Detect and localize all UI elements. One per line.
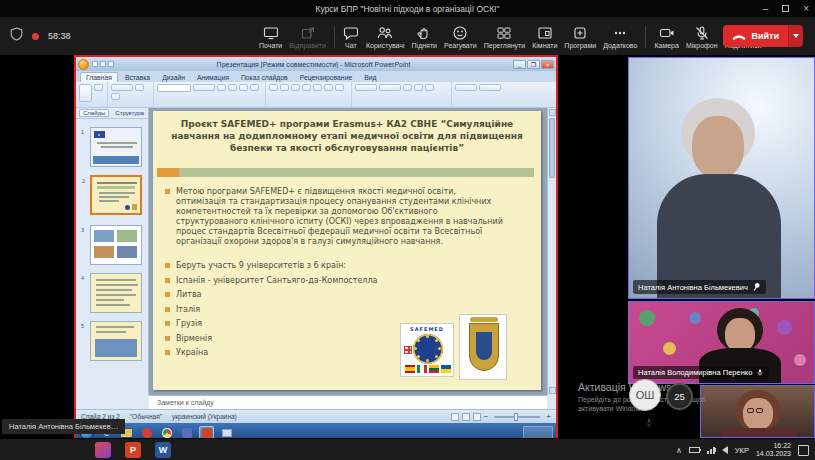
bullet-square-icon — [165, 263, 170, 268]
zoom-out-button[interactable]: − — [484, 413, 489, 421]
ppt-close-button[interactable]: × — [541, 60, 554, 69]
ribbon-control[interactable] — [302, 84, 311, 91]
microphone-button[interactable]: Мікрофон — [684, 20, 720, 54]
speaker-icon[interactable] — [722, 446, 728, 454]
slide-thumbnail-3[interactable]: 3 — [90, 225, 142, 265]
scrollbar-thumb[interactable] — [549, 118, 555, 178]
slide-thumbnail-2[interactable]: 2 — [90, 175, 142, 215]
tab-insert[interactable]: Вставка — [120, 73, 155, 82]
leave-button[interactable]: Вийти — [723, 25, 788, 47]
language-indicator: украинский (Украина) — [172, 413, 237, 420]
participant-avatar-initials[interactable]: ОШ — [629, 379, 661, 411]
normal-view-button[interactable] — [451, 413, 459, 421]
ppt-minimize-button[interactable]: _ — [513, 60, 526, 69]
more-button[interactable]: Додатково — [601, 20, 639, 54]
tab-animation[interactable]: Анимация — [192, 73, 234, 82]
clock[interactable]: 16:22 14.03.2023 — [756, 442, 791, 458]
ribbon-control[interactable] — [228, 84, 237, 91]
toolbar-separator — [645, 26, 646, 48]
shield-icon[interactable] — [10, 27, 23, 45]
font-dropdown[interactable] — [157, 84, 191, 92]
chevron-down-icon — [793, 34, 799, 38]
send-button[interactable]: Відправити — [287, 20, 328, 54]
battery-icon[interactable] — [689, 447, 700, 453]
ribbon-control[interactable] — [111, 93, 120, 100]
tab-slideshow[interactable]: Показ слайдов — [236, 73, 293, 82]
video-feed-3[interactable] — [700, 385, 815, 438]
slide-editing-area: Проєкт SAFEMED+ програми Erasmus+ КА2 СВ… — [149, 108, 547, 395]
ribbon-control[interactable] — [280, 84, 289, 91]
ribbon-control[interactable] — [217, 84, 226, 91]
app-icon[interactable] — [95, 442, 111, 458]
slide-thumbnail-1[interactable]: 1 — [90, 127, 142, 167]
ribbon-control[interactable] — [324, 84, 333, 91]
ribbon-control[interactable] — [313, 84, 322, 91]
view-button[interactable]: Переглянути — [482, 20, 527, 54]
scroll-up-button[interactable] — [549, 109, 556, 116]
tab-design[interactable]: Дизайн — [157, 73, 190, 82]
language-indicator[interactable]: УКР — [735, 446, 749, 455]
leave-options-button[interactable] — [788, 25, 803, 47]
zoom-knob[interactable] — [514, 413, 518, 421]
tab-slides[interactable]: Слайды — [79, 109, 109, 117]
reactions-button[interactable]: Реагувати — [442, 20, 479, 54]
ribbon-control[interactable] — [455, 84, 477, 91]
ribbon-control[interactable] — [291, 84, 300, 91]
ribbon-group-slides — [108, 82, 154, 107]
tab-home[interactable]: Главная — [80, 72, 118, 82]
slideshow-view-button[interactable] — [473, 413, 481, 421]
ribbon-control[interactable] — [355, 84, 377, 91]
ribbon-control[interactable] — [250, 84, 259, 91]
participants-button[interactable]: Користувачі — [364, 20, 407, 54]
ribbon-control[interactable] — [135, 84, 144, 91]
tab-outline[interactable]: Структура — [112, 110, 146, 116]
tray-expand-icon[interactable]: ∧ — [676, 446, 682, 455]
raise-hand-button[interactable]: Підняти — [410, 20, 439, 54]
office-button-icon[interactable] — [78, 59, 89, 70]
ribbon-control[interactable] — [111, 84, 133, 91]
ribbon-control[interactable] — [193, 84, 215, 91]
close-button[interactable]: × — [803, 4, 809, 14]
hidden-participants-count[interactable]: 25 — [666, 383, 693, 410]
minimize-button[interactable]: – — [763, 4, 769, 14]
powerpoint-icon[interactable]: P — [125, 442, 141, 458]
ribbon-control[interactable] — [335, 84, 344, 91]
video-feed-2[interactable]: Наталія Володимирівна Перенко — [628, 301, 815, 384]
slide-bullet-item: Литва — [165, 290, 425, 299]
toolbar-separator — [334, 26, 335, 48]
ribbon-control[interactable] — [403, 84, 412, 91]
slide-thumbnail-4[interactable]: 4 — [90, 273, 142, 313]
start-button[interactable]: Почати — [257, 20, 284, 54]
apps-button[interactable]: Програми — [562, 20, 598, 54]
tab-view[interactable]: Вид — [359, 73, 381, 82]
notification-center-icon[interactable] — [798, 445, 809, 456]
chat-button[interactable]: Чат — [341, 20, 361, 54]
zoom-in-button[interactable]: + — [546, 413, 551, 421]
ribbon-control[interactable] — [414, 84, 423, 91]
leave-control: Вийти — [723, 25, 803, 47]
sorter-view-button[interactable] — [462, 413, 470, 421]
ribbon-control[interactable] — [379, 84, 401, 91]
breakout-rooms-button[interactable]: Кімнати — [530, 20, 559, 54]
camera-button[interactable]: Камера — [652, 20, 680, 54]
muted-mic-overlay-icon — [644, 414, 654, 432]
ribbon-control[interactable] — [94, 84, 103, 91]
maximize-button[interactable] — [782, 5, 789, 12]
scroll-down-button[interactable] — [549, 387, 556, 394]
tab-review[interactable]: Рецензирование — [295, 73, 357, 82]
video-feed-1[interactable]: Наталія Антонівна Більмекевич — [628, 57, 815, 299]
slide-thumbnail-5[interactable]: 5 — [90, 321, 142, 361]
ribbon-control[interactable] — [425, 84, 434, 91]
quick-access-toolbar[interactable] — [92, 61, 114, 67]
notes-pane[interactable]: Заметки к слайду — [149, 395, 547, 409]
ribbon-control[interactable] — [239, 84, 248, 91]
bullet-square-icon — [165, 350, 170, 355]
slide-scrollbar[interactable] — [547, 108, 556, 395]
zoom-slider[interactable] — [494, 416, 540, 418]
ppt-maximize-button[interactable]: ❐ — [527, 60, 540, 69]
word-icon[interactable]: W — [155, 442, 171, 458]
ribbon-control[interactable] — [79, 84, 92, 102]
ribbon-control[interactable] — [269, 84, 278, 91]
slide-canvas[interactable]: Проєкт SAFEMED+ програми Erasmus+ КА2 СВ… — [153, 111, 541, 390]
ribbon-control[interactable] — [479, 84, 501, 91]
